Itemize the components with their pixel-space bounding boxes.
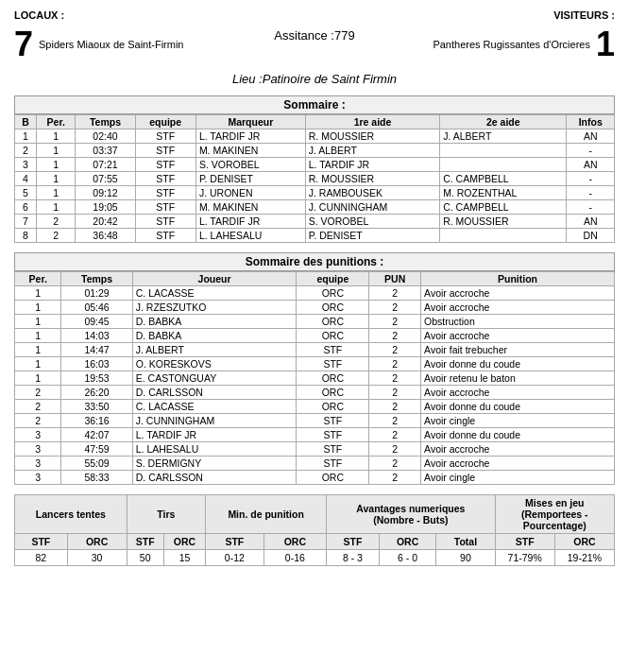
lieu: Lieu :Patinoire de Saint Firmin [14,72,615,86]
pun-cell-pun: 2 [369,386,421,400]
stats-lancers-orc-label: ORC [67,534,127,550]
cell-temps: 19:05 [76,200,135,215]
cell-marqueur: M. MAKINEN [196,144,305,158]
pun-cell-equipe: ORC [297,471,369,485]
col-temps: Temps [76,115,135,129]
cell-temps: 36:48 [76,229,135,243]
cell-aide2: J. ALBERT [440,129,567,144]
table-row: 1 1 02:40 STF L. TARDIF JR R. MOUSSIER J… [15,129,615,144]
pun-cell-joueur: E. CASTONGUAY [132,371,297,386]
stats-table: Lancers tentes Tirs Min. de punition Ava… [14,494,615,566]
table-row: 1 16:03 O. KORESKOVS STF 2 Avoir donne d… [15,357,615,371]
pun-cell-per: 2 [15,386,61,400]
pun-cell-equipe: STF [297,457,369,471]
pun-cell-per: 3 [15,428,61,442]
pun-cell-joueur: J. ALBERT [132,343,297,357]
cell-b: 2 [15,144,37,158]
cell-marqueur: L. LAHESALU [196,229,305,243]
pun-cell-pun: 2 [369,301,421,315]
cell-infos: - [567,200,615,215]
cell-infos: - [567,186,615,200]
pun-cell-per: 2 [15,414,61,428]
cell-temps: 03:37 [76,144,135,158]
cell-aide1: P. DENISET [305,229,439,243]
mises-orc-val: 19-21% [554,550,614,566]
table-row: 4 1 07:55 STF P. DENISET R. MOUSSIER C. … [15,172,615,186]
pun-cell-temps: 58:33 [61,471,132,485]
table-row: 1 14:03 D. BABKA ORC 2 Avoir accroche [15,329,615,343]
pun-col-per: Per. [15,272,61,286]
pun-cell-joueur: J. RZESZUTKO [132,301,297,315]
col-equipe: equipe [135,115,196,129]
table-row: 3 42:07 L. TARDIF JR STF 2 Avoir donne d… [15,428,615,442]
cell-aide2 [440,229,567,243]
table-row: 1 05:46 J. RZESZUTKO ORC 2 Avoir accroch… [15,301,615,315]
cell-temps: 09:12 [76,186,135,200]
pun-cell-punition: Avoir accroche [421,457,615,471]
pun-cell-joueur: D. CARLSSON [132,386,297,400]
cell-temps: 20:42 [76,215,135,229]
cell-equipe: STF [135,172,196,186]
pun-cell-pun: 2 [369,343,421,357]
tirs-stf-val: 50 [127,550,163,566]
pun-cell-equipe: ORC [297,315,369,329]
cell-per: 2 [36,229,75,243]
cell-aide1: L. TARDIF JR [305,158,439,172]
cell-per: 1 [36,129,75,144]
pun-cell-temps: 55:09 [61,457,132,471]
stats-av-total-label: Total [436,534,495,550]
mises-stf-val: 71-79% [495,550,554,566]
cell-equipe: STF [135,215,196,229]
table-row: 2 26:20 D. CARLSSON ORC 2 Avoir accroche [15,386,615,400]
pun-cell-pun: 2 [369,414,421,428]
cell-equipe: STF [135,186,196,200]
cell-b: 4 [15,172,37,186]
cell-aide1: R. MOUSSIER [305,172,439,186]
pun-cell-temps: 36:16 [61,414,132,428]
pun-col-temps: Temps [61,272,132,286]
cell-equipe: STF [135,144,196,158]
cell-infos: AN [567,158,615,172]
stats-mises-orc-label: ORC [554,534,614,550]
pun-cell-punition: Avoir donne du coude [421,428,615,442]
stats-lancers-stf-label: STF [15,534,68,550]
pun-cell-equipe: STF [297,428,369,442]
col-per: Per. [36,115,75,129]
pun-cell-equipe: ORC [297,400,369,414]
table-row: 5 1 09:12 STF J. URONEN J. RAMBOUSEK M. … [15,186,615,200]
col-aide2: 2e aide [440,115,567,129]
cell-temps: 07:21 [76,158,135,172]
cell-equipe: STF [135,200,196,215]
pun-cell-joueur: J. CUNNINGHAM [132,414,297,428]
home-score: 7 [14,25,33,64]
pun-cell-joueur: C. LACASSE [132,400,297,414]
table-row: 2 33:50 C. LACASSE ORC 2 Avoir donne du … [15,400,615,414]
min-pun-stf-val: 0-12 [206,550,264,566]
stats-tirs-stf-label: STF [127,534,163,550]
cell-per: 2 [36,215,75,229]
table-row: 3 58:33 D. CARLSSON ORC 2 Avoir cingle [15,471,615,485]
pun-cell-per: 1 [15,301,61,315]
pun-cell-punition: Avoir cingle [421,471,615,485]
stats-tirs-header: Tirs [127,495,206,534]
cell-equipe: STF [135,129,196,144]
pun-cell-temps: 14:03 [61,329,132,343]
cell-infos: AN [567,215,615,229]
cell-aide2: M. ROZENTHAL [440,186,567,200]
tirs-orc-val: 15 [163,550,205,566]
home-score-row: 7 Spiders Miaoux de Saint-Firmin [14,25,203,64]
pun-cell-equipe: ORC [297,329,369,343]
lancers-stf-val: 82 [15,550,68,566]
cell-b: 1 [15,129,37,144]
pun-cell-pun: 2 [369,400,421,414]
table-row: 2 36:16 J. CUNNINGHAM STF 2 Avoir cingle [15,414,615,428]
pun-cell-punition: Avoir accroche [421,329,615,343]
cell-aide2 [440,158,567,172]
pun-cell-per: 1 [15,357,61,371]
home-team-name: Spiders Miaoux de Saint-Firmin [39,39,183,50]
cell-per: 1 [36,158,75,172]
away-score-row: 1 Pantheres Rugissantes d'Orcieres [426,25,615,64]
cell-marqueur: L. TARDIF JR [196,215,305,229]
cell-per: 1 [36,172,75,186]
punitions-table: Per. Temps Joueur equipe PUN Punition 1 … [14,271,615,485]
